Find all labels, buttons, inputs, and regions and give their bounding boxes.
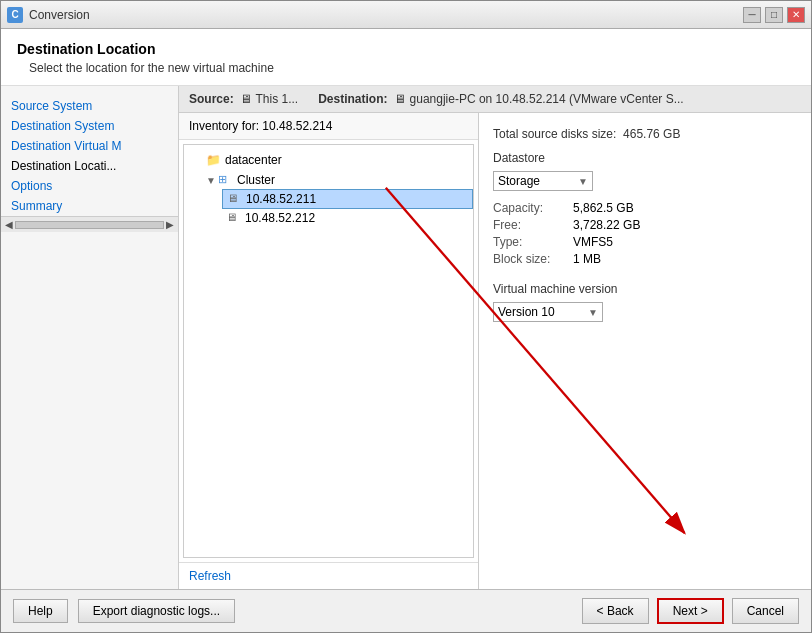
free-row: Free: 3,728.22 GB bbox=[493, 218, 797, 232]
footer: Help Export diagnostic logs... < Back Ne… bbox=[1, 589, 811, 632]
blocksize-row: Block size: 1 MB bbox=[493, 252, 797, 266]
footer-left: Help Export diagnostic logs... bbox=[13, 599, 235, 623]
datacenter-label: datacenter bbox=[225, 153, 282, 167]
datastore-dropdown-arrow: ▼ bbox=[578, 176, 588, 187]
scroll-left-icon[interactable]: ◀ bbox=[5, 219, 13, 230]
node-212-label: 10.48.52.212 bbox=[245, 211, 315, 225]
refresh-link[interactable]: Refresh bbox=[189, 569, 231, 583]
main-content: Source System Destination System Destina… bbox=[1, 86, 811, 589]
cluster-children: 🖥 10.48.52.211 🖥 10.48.52.212 bbox=[200, 189, 473, 227]
tree-panel: Inventory for: 10.48.52.214 📁 datacenter bbox=[179, 113, 479, 589]
datastore-section-title: Datastore bbox=[493, 151, 797, 165]
sidebar: Source System Destination System Destina… bbox=[1, 86, 179, 589]
node-212-row[interactable]: 🖥 10.48.52.212 bbox=[222, 209, 473, 227]
maximize-button[interactable]: □ bbox=[765, 7, 783, 23]
cluster-row[interactable]: ▼ ⊞ Cluster bbox=[200, 171, 473, 189]
sidebar-item-source-system[interactable]: Source System bbox=[1, 96, 178, 116]
footer-right: < Back Next > Cancel bbox=[582, 598, 799, 624]
inventory-header: Inventory for: 10.48.52.214 bbox=[179, 113, 478, 140]
tree-node-cluster: ▼ ⊞ Cluster 🖥 10.48.52.211 bbox=[184, 169, 473, 229]
cluster-icon: ⊞ bbox=[218, 173, 234, 187]
sidebar-item-destination-virtual-m[interactable]: Destination Virtual M bbox=[1, 136, 178, 156]
horizontal-scrollbar[interactable] bbox=[15, 221, 164, 229]
page-subtitle: Select the location for the new virtual … bbox=[17, 61, 795, 75]
close-button[interactable]: ✕ bbox=[787, 7, 805, 23]
capacity-row: Capacity: 5,862.5 GB bbox=[493, 201, 797, 215]
window-title: Conversion bbox=[29, 8, 743, 22]
main-window: C Conversion ─ □ ✕ Destination Location … bbox=[0, 0, 812, 633]
type-row: Type: VMFS5 bbox=[493, 235, 797, 249]
cancel-button[interactable]: Cancel bbox=[732, 598, 799, 624]
sidebar-item-summary[interactable]: Summary bbox=[1, 196, 178, 216]
datacenter-row[interactable]: 📁 datacenter bbox=[184, 151, 473, 169]
total-source-row: Total source disks size: 465.76 GB bbox=[493, 123, 797, 141]
datacenter-icon: 📁 bbox=[206, 153, 222, 167]
titlebar: C Conversion ─ □ ✕ bbox=[1, 1, 811, 29]
datastore-select-control: Storage ▼ bbox=[493, 171, 797, 191]
right-panel: Total source disks size: 465.76 GB Datas… bbox=[479, 113, 811, 589]
back-button[interactable]: < Back bbox=[582, 598, 649, 624]
sidebar-item-options[interactable]: Options bbox=[1, 176, 178, 196]
server-212-icon: 🖥 bbox=[226, 211, 242, 225]
split-content: Inventory for: 10.48.52.214 📁 datacenter bbox=[179, 113, 811, 589]
titlebar-buttons: ─ □ ✕ bbox=[743, 7, 805, 23]
source-dest-bar: Source: 🖥 This 1... Destination: 🖥 guang… bbox=[179, 86, 811, 113]
node-211-label: 10.48.52.211 bbox=[246, 192, 316, 206]
scroll-right-icon[interactable]: ▶ bbox=[166, 219, 174, 230]
header-section: Destination Location Select the location… bbox=[1, 29, 811, 86]
datastore-select[interactable]: Storage ▼ bbox=[493, 171, 593, 191]
node-211-row[interactable]: 🖥 10.48.52.211 bbox=[222, 189, 473, 209]
dest-info: Destination: 🖥 guangjie-PC on 10.48.52.2… bbox=[318, 92, 684, 106]
tree-container[interactable]: 📁 datacenter ▼ ⊞ Cluster bbox=[183, 144, 474, 558]
tree-node-datacenter: 📁 datacenter ▼ ⊞ Cluster bbox=[184, 149, 473, 231]
content-wrapper: Source: 🖥 This 1... Destination: 🖥 guang… bbox=[179, 86, 811, 589]
page-title: Destination Location bbox=[17, 41, 795, 57]
sidebar-item-destination-system[interactable]: Destination System bbox=[1, 116, 178, 136]
refresh-area: Refresh bbox=[179, 562, 478, 589]
cluster-label: Cluster bbox=[237, 173, 275, 187]
sidebar-item-destination-location: Destination Locati... bbox=[1, 156, 178, 176]
version-select-control: Version 10 ▼ bbox=[493, 302, 797, 322]
version-dropdown-arrow: ▼ bbox=[588, 307, 598, 318]
help-button[interactable]: Help bbox=[13, 599, 68, 623]
vm-version-section-title: Virtual machine version bbox=[493, 282, 797, 296]
window-icon: C bbox=[7, 7, 23, 23]
minimize-button[interactable]: ─ bbox=[743, 7, 761, 23]
export-logs-button[interactable]: Export diagnostic logs... bbox=[78, 599, 235, 623]
server-211-icon: 🖥 bbox=[227, 192, 243, 206]
next-button[interactable]: Next > bbox=[657, 598, 724, 624]
cluster-toggle[interactable]: ▼ bbox=[204, 175, 218, 186]
source-info: Source: 🖥 This 1... bbox=[189, 92, 298, 106]
version-select[interactable]: Version 10 ▼ bbox=[493, 302, 603, 322]
